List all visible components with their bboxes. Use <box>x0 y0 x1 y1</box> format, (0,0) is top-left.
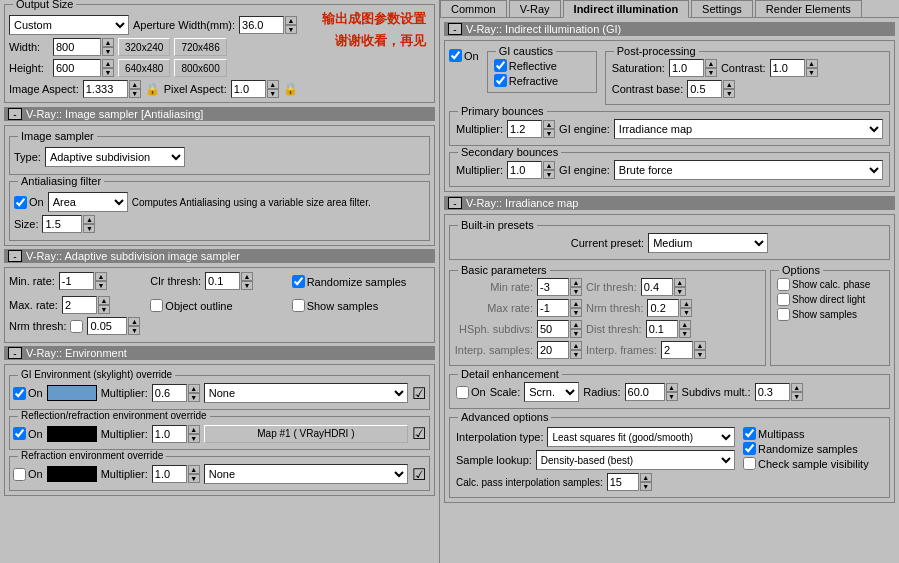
aperture-down[interactable]: ▼ <box>285 25 297 34</box>
refr-mult-up[interactable]: ▲ <box>188 465 200 474</box>
bp-dt-down[interactable]: ▼ <box>679 329 691 338</box>
refractive-checkbox[interactable] <box>494 74 507 87</box>
refraction-map-toggle[interactable]: ☑ <box>412 465 426 484</box>
show-samples-left-wrap[interactable]: Show samples <box>292 299 379 312</box>
size-up[interactable]: ▲ <box>83 215 95 224</box>
lock2-icon[interactable]: 🔒 <box>283 82 298 96</box>
max-rate-down[interactable]: ▼ <box>98 305 110 314</box>
environment-collapse[interactable]: - <box>8 347 22 359</box>
tab-common[interactable]: Common <box>440 0 507 17</box>
bp-hs-down[interactable]: ▼ <box>570 329 582 338</box>
radius-up[interactable]: ▲ <box>666 383 678 392</box>
show-samples-right-wrap[interactable]: Show samples <box>777 308 857 321</box>
nrm-thresh-down[interactable]: ▼ <box>128 326 140 335</box>
irradiance-collapse[interactable]: - <box>448 197 462 209</box>
detail-on-wrap[interactable]: On <box>456 386 486 399</box>
reflection-on-wrap[interactable]: On <box>13 427 43 440</box>
object-outline-checkbox[interactable] <box>150 299 163 312</box>
image-aspect-up[interactable]: ▲ <box>129 80 141 89</box>
show-calc-phase-checkbox[interactable] <box>777 278 790 291</box>
gi-map-toggle[interactable]: ☑ <box>412 384 426 403</box>
size-down[interactable]: ▼ <box>83 224 95 233</box>
nrm-thresh-input[interactable] <box>87 317 127 335</box>
current-preset-select[interactable]: Medium <box>648 233 768 253</box>
preset-640x480[interactable]: 640x480 <box>118 59 170 77</box>
bp-ct-up[interactable]: ▲ <box>674 278 686 287</box>
refractive-wrap[interactable]: Refractive <box>494 74 559 87</box>
aperture-up[interactable]: ▲ <box>285 16 297 25</box>
randomize-samples-wrap[interactable]: Randomize samples <box>743 442 858 455</box>
width-input[interactable] <box>53 38 101 56</box>
refraction-map-select[interactable]: None <box>204 464 408 484</box>
randomize-samples-checkbox[interactable] <box>743 442 756 455</box>
randomize-wrap[interactable]: Randomize samples <box>292 275 407 288</box>
gi-on-right-wrap[interactable]: On <box>449 49 479 62</box>
cb-down[interactable]: ▼ <box>723 89 735 98</box>
bp-if-down[interactable]: ▼ <box>694 350 706 359</box>
nrm-thresh-up[interactable]: ▲ <box>128 317 140 326</box>
antialiasing-on-wrap[interactable]: On <box>14 196 44 209</box>
preset-720x486[interactable]: 720x486 <box>174 38 226 56</box>
radius-down[interactable]: ▼ <box>666 392 678 401</box>
custom-select[interactable]: Custom <box>9 15 129 35</box>
gi-on-wrap[interactable]: On <box>13 387 43 400</box>
show-direct-light-checkbox[interactable] <box>777 293 790 306</box>
sat-up[interactable]: ▲ <box>705 59 717 68</box>
clr-thresh-up[interactable]: ▲ <box>241 272 253 281</box>
refl-mult-down[interactable]: ▼ <box>188 434 200 443</box>
lock-icon[interactable]: 🔒 <box>145 82 160 96</box>
image-aspect-down[interactable]: ▼ <box>129 89 141 98</box>
contrast-base-input[interactable] <box>687 80 722 98</box>
contrast-up[interactable]: ▲ <box>806 59 818 68</box>
multipass-checkbox[interactable] <box>743 427 756 440</box>
check-sample-vis-checkbox[interactable] <box>743 457 756 470</box>
check-sample-vis-wrap[interactable]: Check sample visibility <box>743 457 869 470</box>
pixel-aspect-down[interactable]: ▼ <box>267 89 279 98</box>
multipass-wrap[interactable]: Multipass <box>743 427 804 440</box>
bp-clr-thresh-input[interactable] <box>641 278 673 296</box>
bp-max-rate-input[interactable] <box>537 299 569 317</box>
bp-mxr-down[interactable]: ▼ <box>570 308 582 317</box>
tab-vray[interactable]: V-Ray <box>509 0 561 17</box>
bp-is-down[interactable]: ▼ <box>570 350 582 359</box>
image-aspect-input[interactable] <box>83 80 128 98</box>
sm2-up[interactable]: ▲ <box>791 383 803 392</box>
bp-is-up[interactable]: ▲ <box>570 341 582 350</box>
clr-thresh-input[interactable] <box>205 272 240 290</box>
sample-lookup-select[interactable]: Density-based (best) <box>536 450 735 470</box>
reflection-multiplier-input[interactable] <box>152 425 187 443</box>
pm-up[interactable]: ▲ <box>543 120 555 129</box>
preset-800x600[interactable]: 800x600 <box>174 59 226 77</box>
bp-nt-up[interactable]: ▲ <box>680 299 692 308</box>
pm-down[interactable]: ▼ <box>543 129 555 138</box>
gi-mult-down[interactable]: ▼ <box>188 393 200 402</box>
gi-on-right-checkbox[interactable] <box>449 49 462 62</box>
antialiasing-on-checkbox[interactable] <box>14 196 27 209</box>
refl-mult-up[interactable]: ▲ <box>188 425 200 434</box>
max-rate-up[interactable]: ▲ <box>98 296 110 305</box>
clr-thresh-down[interactable]: ▼ <box>241 281 253 290</box>
reflection-map-toggle[interactable]: ☑ <box>412 424 426 443</box>
reflection-color-swatch[interactable] <box>47 426 97 442</box>
object-outline-wrap[interactable]: Object outline <box>150 299 232 312</box>
refraction-multiplier-input[interactable] <box>152 465 187 483</box>
nrm-thresh-wrap[interactable] <box>70 320 83 333</box>
width-down[interactable]: ▼ <box>102 47 114 56</box>
gi-mult-up[interactable]: ▲ <box>188 384 200 393</box>
aperture-input[interactable] <box>239 16 284 34</box>
cp-up[interactable]: ▲ <box>640 473 652 482</box>
contrast-input[interactable] <box>770 59 805 77</box>
adaptive-collapse[interactable]: - <box>8 250 22 262</box>
bp-if-up[interactable]: ▲ <box>694 341 706 350</box>
min-rate-up[interactable]: ▲ <box>95 272 107 281</box>
filter-select[interactable]: Area <box>48 192 128 212</box>
bp-interp-frames-input[interactable] <box>661 341 693 359</box>
calc-pass-input[interactable] <box>607 473 639 491</box>
gi-multiplier-input[interactable] <box>152 384 187 402</box>
cb-up[interactable]: ▲ <box>723 80 735 89</box>
primary-gi-engine-select[interactable]: Irradiance map <box>614 119 883 139</box>
size-input[interactable] <box>42 215 82 233</box>
pixel-aspect-input[interactable] <box>231 80 266 98</box>
image-sampler-collapse[interactable]: - <box>8 108 22 120</box>
bp-nrm-thresh-input[interactable] <box>647 299 679 317</box>
